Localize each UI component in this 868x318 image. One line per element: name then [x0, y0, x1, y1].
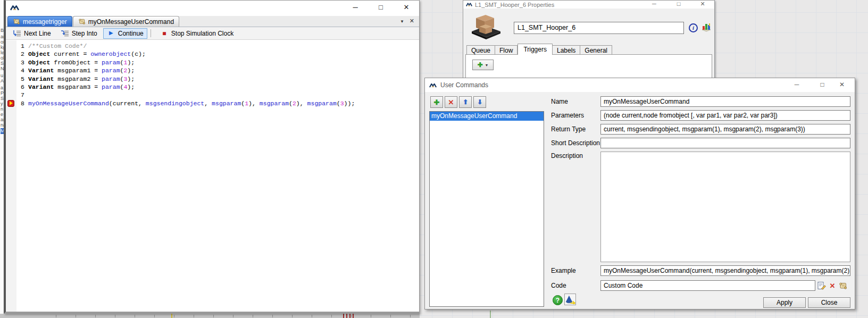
arrow-down-icon: ⬇: [477, 98, 482, 106]
stats-chart-icon[interactable]: [701, 22, 712, 32]
ruler-tick-red: [343, 314, 344, 318]
code-field[interactable]: Custom Code: [600, 280, 815, 291]
user-commands-titlebar: User Commands ─ □ ✕: [425, 78, 855, 92]
maximize-button[interactable]: □: [817, 81, 827, 88]
plus-icon: ✚: [478, 62, 483, 68]
line-number: 4: [6, 66, 28, 74]
tab-label: myOnMessageUserCommand: [88, 18, 174, 26]
maximize-button[interactable]: □: [675, 1, 682, 7]
name-field[interactable]: myOnMessageUserCommand: [600, 96, 850, 107]
properties-window: L1_SMT_Hooper_6 Properties ─ □ ✕ L1_SMT_…: [463, 0, 715, 81]
code-line: 2Object current = ownerobject(c);: [6, 50, 419, 58]
script-scroll-icon: [78, 19, 86, 24]
script-scroll-icon: [13, 19, 20, 24]
edit-code-button[interactable]: [817, 281, 827, 290]
code-area[interactable]: 1/**Custom Code*/2Object current = owner…: [6, 40, 419, 312]
object-name-field[interactable]: L1_SMT_Hooper_6: [514, 22, 684, 34]
close-button[interactable]: ✕: [699, 1, 706, 7]
command-list-toolbar: ✚ ✕ ⬆ ⬇: [430, 96, 486, 108]
stop-simulation-clock-button[interactable]: ■Stop Simulation Clock: [156, 28, 237, 39]
grid-axis-tick: [490, 311, 491, 318]
properties-tab-triggers[interactable]: Triggers: [518, 44, 553, 55]
ruler-tick: [174, 315, 174, 317]
cone-tool-button[interactable]: [564, 294, 576, 305]
close-button[interactable]: ✕: [837, 81, 847, 88]
tab-list-dropdown-icon[interactable]: ▼: [400, 20, 404, 24]
properties-tab-bar: QueueFlowTriggersLabelsGeneral: [466, 45, 612, 55]
delete-x-icon: ✕: [448, 98, 454, 106]
dropdown-caret-icon: ▼: [485, 63, 489, 67]
open-script-button[interactable]: [838, 281, 848, 290]
code-line: 8myOnMessageUserCommand(current, msgsend…: [6, 99, 419, 107]
edit-page-icon: [817, 281, 826, 290]
info-icon[interactable]: i: [689, 23, 698, 32]
ruler-tick: [390, 315, 391, 317]
description-field[interactable]: [600, 152, 850, 262]
step-into-icon: [61, 30, 69, 37]
code-label: Code: [551, 282, 566, 289]
line-number: 5: [6, 75, 28, 83]
ruler-tick: [76, 315, 76, 317]
ruler-tick: [233, 315, 233, 317]
code-line: 4Variant msgparam1 = param(2);: [6, 66, 419, 74]
name-label: Name: [551, 98, 568, 105]
ruler-tick: [194, 315, 194, 317]
ruler-tick: [331, 315, 332, 317]
move-up-button[interactable]: ⬆: [459, 96, 472, 108]
return-type-label: Return Type: [551, 125, 586, 133]
debug-toolbar: Next LineStep Into▶Continue■Stop Simulat…: [6, 27, 419, 40]
code-line: 1/**Custom Code*/: [6, 42, 419, 50]
minimize-button[interactable]: ─: [650, 1, 658, 7]
toolbar-label: Stop Simulation Clock: [171, 30, 233, 37]
properties-titlebar: L1_SMT_Hooper_6 Properties ─ □ ✕: [463, 1, 714, 9]
step-into-button[interactable]: Step Into: [57, 28, 101, 39]
move-down-button[interactable]: ⬇: [473, 96, 486, 108]
library-item-fragment: y: [1, 101, 3, 106]
editor-tab-myOnMessageUserCommand[interactable]: myOnMessageUserCommand: [73, 16, 179, 27]
tab-close-icon[interactable]: ✕: [410, 18, 414, 24]
editor-tab-messagetrigger[interactable]: messagetrigger: [7, 16, 72, 27]
properties-tab-general[interactable]: General: [580, 45, 612, 55]
help-button[interactable]: ?: [553, 295, 563, 305]
play-icon: ▶: [107, 30, 115, 37]
library-item-fragment: a: [1, 85, 3, 90]
clear-code-button[interactable]: ✕: [828, 281, 837, 290]
example-field[interactable]: myOnMessageUserCommand(current, msgsendi…: [600, 265, 850, 276]
ruler-tick: [56, 315, 56, 317]
minimize-button[interactable]: ─: [792, 81, 802, 88]
tab-label: messagetrigger: [23, 18, 67, 26]
short-description-field[interactable]: [600, 138, 850, 148]
delete-command-button[interactable]: ✕: [445, 96, 457, 108]
next-line-icon: [13, 30, 21, 37]
properties-window-title: L1_SMT_Hooper_6 Properties: [475, 2, 554, 8]
minimize-button[interactable]: ─: [350, 3, 360, 11]
library-item-fragment: u: [1, 73, 3, 78]
properties-tab-flow[interactable]: Flow: [495, 45, 518, 55]
ruler-tick: [371, 315, 371, 317]
close-dialog-button[interactable]: Close: [808, 297, 850, 308]
breakpoint-marker[interactable]: [7, 100, 14, 107]
properties-tab-labels[interactable]: Labels: [553, 45, 580, 55]
add-command-button[interactable]: ✚: [430, 96, 443, 108]
continue-button[interactable]: ▶Continue: [103, 28, 147, 39]
apply-button[interactable]: Apply: [763, 297, 806, 308]
line-number: 6: [6, 83, 28, 91]
flexsim-logo-icon: [429, 82, 437, 88]
ruler-tick-red: [346, 314, 347, 318]
next-line-button[interactable]: Next Line: [9, 28, 55, 39]
script-scroll-icon: [839, 282, 847, 289]
line-number: 7: [6, 91, 28, 99]
flexsim-logo-icon: [466, 2, 472, 7]
ruler-tick: [312, 315, 312, 317]
return-type-field[interactable]: current, msgsendingobject, msgparam(1), …: [600, 124, 850, 135]
parameters-field[interactable]: (node current,node fromobject [, var par…: [600, 110, 850, 121]
add-trigger-button[interactable]: ✚ ▼: [472, 60, 494, 70]
close-button[interactable]: ✕: [402, 3, 411, 11]
maximize-button[interactable]: □: [376, 3, 386, 11]
ruler-tick-red: [349, 314, 350, 318]
command-list-item[interactable]: myOnMessageUserCommand: [430, 112, 544, 121]
properties-tab-queue[interactable]: Queue: [466, 45, 495, 55]
command-list[interactable]: myOnMessageUserCommand: [429, 111, 544, 307]
editor-titlebar: ─ □ ✕: [6, 1, 419, 16]
bottom-ruler-strip: [0, 314, 420, 318]
